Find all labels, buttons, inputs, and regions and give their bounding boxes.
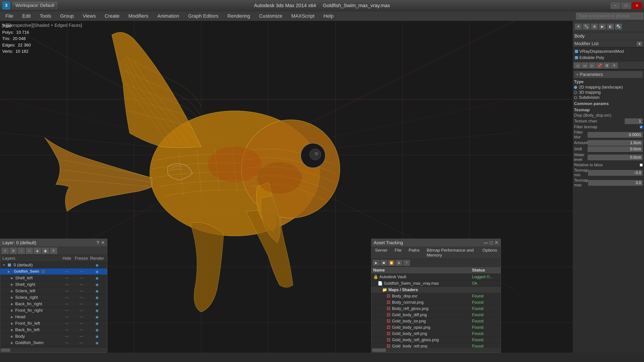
asset-row-body-refl[interactable]: 🖼 Body_refl_gloss.png Found (372, 306, 501, 312)
asset-maximize-button[interactable]: □ (490, 240, 492, 245)
asset-menu-file[interactable]: File (391, 247, 405, 258)
scroll-thumb[interactable] (1, 349, 10, 352)
asset-menu-paths[interactable]: Paths (405, 247, 423, 258)
viewport-3d[interactable]: [+][Perspective][Shaded + Edged Faces] T… (0, 21, 572, 353)
shift-input[interactable] (588, 146, 643, 152)
layer-row-shell-right[interactable]: ◆ Shell_right ——◉ (0, 281, 107, 288)
filter-blur-label: Filter blur (574, 130, 588, 139)
texmap-min-input[interactable] (588, 170, 643, 176)
img-icon: 🖼 (386, 331, 391, 336)
layers-new-button[interactable]: + (2, 248, 9, 254)
asset-scroll-thumb[interactable] (372, 349, 386, 352)
asset-menu-bitmap-perf[interactable]: Bitmap Performance and Memory (423, 247, 479, 258)
layers-delete-button[interactable]: ✕ (10, 248, 17, 254)
radio-2d-mapping[interactable]: 2D mapping (landscape) (574, 85, 643, 90)
menu-rendering[interactable]: Rendering (223, 11, 255, 21)
rp-icon-create[interactable]: ✦ (575, 24, 582, 29)
menu-graph-editors[interactable]: Graph Editors (184, 11, 223, 21)
asset-btn-4[interactable]: ⊞ (396, 260, 402, 266)
layers-select-button[interactable]: □ (26, 248, 33, 254)
layers-add-button[interactable]: → (18, 248, 25, 254)
rp-icon-utilities[interactable]: 🔩 (615, 24, 622, 29)
layer-row-body[interactable]: ◆ Body ——◉ (0, 333, 107, 340)
layer-row-shell-left[interactable]: ◆ Shell_left ——◉ (0, 275, 107, 281)
close-button[interactable]: ✕ (632, 2, 642, 9)
layer-row-head[interactable]: ◆ Head ——◉ (0, 314, 107, 320)
menu-customize[interactable]: Customize (255, 11, 287, 21)
maximize-button[interactable]: □ (621, 2, 631, 9)
menu-edit[interactable]: Edit (18, 11, 35, 21)
asset-close-button[interactable]: ✕ (494, 240, 498, 246)
asset-btn-3[interactable]: ⏫ (388, 260, 395, 266)
layers-highlight-button[interactable]: ◈ (34, 248, 41, 254)
rp-tb-next[interactable]: ▷ (589, 62, 596, 68)
layers-visible-button[interactable]: ◉ (42, 248, 49, 254)
asset-btn-1[interactable]: ▶ (373, 260, 380, 266)
layer-row-goldfish-swim2[interactable]: ◆ Goldfish_Swim ——◉ (0, 340, 107, 346)
layer-row-back-fin-right[interactable]: ◆ Back_fin_right ——◉ (0, 301, 107, 307)
filter-texmap-checkbox[interactable] (640, 126, 643, 128)
layer-row-back-fin-left[interactable]: ◆ Back_fin_left ——◉ (0, 327, 107, 333)
asset-menu-server[interactable]: Server (372, 247, 391, 258)
rp-tb-stop[interactable]: ▭ (582, 62, 588, 68)
rp-icon-hierarchy[interactable]: ⊕ (591, 24, 598, 29)
layers-options-button[interactable]: ≡ (50, 248, 57, 254)
filter-blur-input[interactable] (588, 132, 643, 138)
asset-btn-2[interactable]: ⏹ (380, 260, 387, 266)
rp-tb-settings[interactable]: ⚙ (604, 62, 610, 68)
workspace-button[interactable]: Workspace: Default (12, 2, 57, 9)
menu-create[interactable]: Create (100, 11, 124, 21)
menu-maxscript[interactable]: MAXScript (287, 11, 319, 21)
rp-tb-more[interactable]: ≡ (611, 62, 618, 68)
asset-row-vault[interactable]: 🔒 Autodesk Vault Logged O... (372, 274, 501, 280)
amount-input[interactable] (588, 140, 643, 146)
modifier-vray-disp[interactable]: VRayDisplacementMod (574, 48, 643, 54)
layer-row-default[interactable]: ▼ 0 (default) ◉ (0, 262, 107, 268)
minimize-button[interactable]: − (610, 2, 620, 9)
asset-row-gold-diff[interactable]: 🖼 Gold_body_diff.png Found (372, 312, 501, 318)
asset-row-gold-opas[interactable]: 🖼 Gold_body_opas.png Found (372, 325, 501, 331)
menu-group[interactable]: Group (56, 11, 78, 21)
asset-row-maps-folder[interactable]: 📁 Maps / Shaders (372, 287, 501, 293)
asset-minimize-button[interactable]: — (484, 240, 488, 245)
layer-row-sclera-left[interactable]: ◆ Sclera_left ——◉ (0, 288, 107, 294)
menu-modifiers[interactable]: Modifiers (124, 11, 153, 21)
layer-row-sclera-right[interactable]: ◆ Sclera_right ——◉ (0, 294, 107, 301)
modifier-list-dropdown[interactable]: ▼ (637, 41, 642, 46)
menu-animation[interactable]: Animation (153, 11, 184, 21)
asset-row-body-disp[interactable]: 🖼 Body_disp.exr Found (372, 293, 501, 300)
menu-tools[interactable]: Tools (35, 11, 56, 21)
layers-close-button[interactable]: ✕ (101, 240, 105, 246)
texture-chan-input[interactable] (625, 118, 643, 124)
water-level-input[interactable] (588, 155, 643, 160)
layer-checkbox[interactable] (8, 264, 11, 267)
rp-icon-display[interactable]: ◐ (607, 24, 614, 29)
texmap-max-input[interactable] (588, 180, 643, 186)
asset-row-body-normal[interactable]: 🖼 Body_normal.png Found (372, 300, 501, 306)
asset-menu-options[interactable]: Options (479, 247, 501, 258)
rp-tb-prev[interactable]: ◁ (574, 62, 581, 68)
layer-row-front-fin-left[interactable]: ◆ Front_fin_left ——◉ (0, 320, 107, 327)
menu-file[interactable]: File (1, 11, 18, 21)
layer-row-front-fin-right[interactable]: ◆ Front_fin_right ——◉ (0, 307, 107, 314)
rp-tb-pin[interactable]: 📌 (596, 62, 603, 68)
asset-row-gold-ior[interactable]: 🖼 Gold_body_ior.png Found (372, 318, 501, 325)
asset-scrollbar[interactable] (372, 348, 501, 353)
radio-3d-mapping[interactable]: 3D mapping (574, 90, 643, 95)
rp-icon-motion[interactable]: ▶ (599, 24, 606, 29)
modifier-editable-poly[interactable]: Editable Poly (574, 54, 643, 61)
asset-row-max-file[interactable]: 📄 Goldfish_Swim_max_vray.max Ok (372, 280, 501, 287)
rp-icon-modify[interactable]: 🔧 (583, 24, 590, 29)
layer-row-goldfish-swim[interactable]: ▶ Goldfish_Swim — — ◉ (0, 268, 107, 275)
asset-btn-5[interactable]: ? (403, 260, 410, 266)
layers-scrollbar[interactable] (0, 348, 107, 353)
menu-views[interactable]: Views (78, 11, 100, 21)
relative-bbox-checkbox[interactable] (640, 164, 643, 166)
asset-row-gold-refl[interactable]: 🖼 Gold_body_refl.png Found (372, 331, 501, 337)
search-input[interactable] (576, 13, 643, 19)
asset-row-gold-refl-gloss[interactable]: 🖼 Gold_body_refl_gloss.png Found (372, 337, 501, 343)
radio-subdivision[interactable]: Subdivision (574, 95, 643, 100)
menu-help[interactable]: Help (319, 11, 338, 21)
layers-question-button[interactable]: ? (96, 240, 99, 245)
vault-icon: 🔒 (373, 274, 378, 279)
